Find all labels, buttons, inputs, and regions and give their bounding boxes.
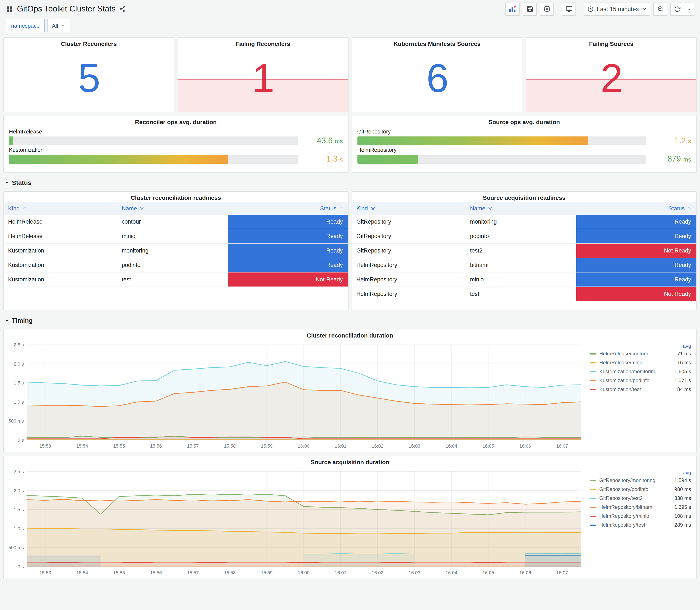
chevron-down-icon	[61, 23, 65, 28]
dashboard-settings-button[interactable]	[540, 2, 554, 16]
gauge-value: 43.6 ms	[304, 136, 343, 145]
legend-item[interactable]: GitRepository/test2338 ms	[590, 495, 691, 501]
legend-item[interactable]: HelmRelease/contour71 ms	[590, 351, 691, 357]
dashboard: GitOps Toolkit Cluster Stats Last 15 min…	[0, 0, 700, 610]
timeseries-plot[interactable]: 0 s500 ms1.0 s1.5 s2.0 s2.5 s15:5315:541…	[5, 340, 586, 450]
gauge-label: HelmRepository	[357, 147, 691, 153]
filter-icon[interactable]	[339, 206, 344, 211]
table-row[interactable]: HelmReleaseminioReady	[4, 229, 348, 243]
table-row[interactable]: KustomizationmonitoringReady	[4, 243, 348, 258]
status-badge: Not Ready	[576, 287, 696, 301]
stat-value: 2	[526, 38, 696, 112]
filter-icon[interactable]	[687, 206, 692, 211]
filter-icon[interactable]	[22, 206, 27, 211]
legend-item[interactable]: HelmRepository/minio108 ms	[590, 513, 691, 519]
column-header-status[interactable]: Status	[228, 202, 348, 215]
legend-item[interactable]: HelmRelease/minio16 ms	[590, 359, 691, 366]
series-name: GitRepository/test2	[599, 495, 671, 501]
section-toggle-status[interactable]: Status	[3, 176, 697, 189]
stat-panel-failing-reconcilers: Failing Reconcilers 1	[178, 37, 348, 112]
svg-text:15:56: 15:56	[150, 443, 162, 449]
panel-title[interactable]: Cluster reconciliation readiness	[4, 192, 348, 202]
kind-cell: Kustomization	[4, 272, 117, 287]
legend-item[interactable]: Kustomization/podinfo1.071 s	[590, 378, 691, 383]
table-row[interactable]: GitRepositorytest2Not Ready	[352, 243, 696, 258]
add-panel-icon	[509, 5, 516, 13]
series-avg-value: 1.695 s	[674, 504, 691, 510]
variable-namespace-select[interactable]: All	[47, 19, 70, 32]
series-name: HelmRelease/contour	[599, 351, 674, 357]
refresh-button[interactable]	[670, 2, 684, 16]
gauge-bar	[9, 136, 13, 145]
legend-item[interactable]: GitRepository/monitoring1.594 s	[590, 477, 691, 483]
svg-text:15:58: 15:58	[224, 570, 236, 575]
stat-value: 5	[4, 38, 174, 112]
table-row[interactable]: HelmRepositorytestNot Ready	[352, 287, 696, 301]
stat-panel-cluster-reconcilers: Cluster Reconcilers 5	[3, 37, 174, 112]
series-avg-value: 16 ms	[677, 359, 691, 366]
column-header-name[interactable]: Name	[117, 202, 228, 215]
add-panel-button[interactable]	[505, 2, 520, 16]
legend-item[interactable]: HelmRepository/bitnami1.695 s	[590, 504, 691, 510]
status-cell: Ready	[576, 272, 696, 287]
timeseries-plot[interactable]: 0 s500 ms1.0 s1.5 s2.0 s2.5 s15:5315:541…	[5, 467, 586, 577]
apps-grid-icon[interactable]	[6, 5, 13, 13]
kind-cell: Kustomization	[4, 258, 117, 272]
table-row[interactable]: GitRepositorypodinfoReady	[352, 229, 696, 243]
svg-text:15:53: 15:53	[39, 570, 51, 575]
kind-cell: GitRepository	[352, 215, 466, 229]
column-header-name[interactable]: Name	[466, 202, 576, 215]
panel-title[interactable]: Source acquisition duration	[4, 456, 696, 466]
status-badge: Ready	[228, 244, 348, 258]
reconciler-ops-duration-panel: Reconciler ops avg. duration HelmRelease…	[3, 116, 348, 173]
legend-item[interactable]: HelmRepository/test289 ms	[590, 522, 691, 528]
svg-text:16:00: 16:00	[298, 443, 309, 449]
panel-title[interactable]: Source acquisition readiness	[352, 192, 696, 202]
series-color-swatch	[590, 498, 596, 499]
series-name: GitRepository/podinfo	[599, 486, 671, 492]
name-cell: contour	[117, 215, 228, 229]
svg-text:15:56: 15:56	[150, 570, 162, 575]
column-header-kind[interactable]: Kind	[4, 202, 117, 215]
share-icon[interactable]	[119, 6, 126, 12]
legend-item[interactable]: GitRepository/podinfo980 ms	[590, 486, 691, 492]
filter-icon[interactable]	[370, 206, 375, 211]
panel-title[interactable]: Reconciler ops avg. duration	[4, 116, 348, 126]
series-color-swatch	[590, 488, 596, 490]
kind-cell: GitRepository	[352, 243, 466, 258]
kind-cell: HelmRelease	[4, 229, 117, 243]
table-row[interactable]: GitRepositorymonitoringReady	[352, 215, 696, 229]
zoom-out-time-button[interactable]	[653, 2, 667, 16]
chart-legend: avgGitRepository/monitoring1.594 sGitRep…	[586, 467, 693, 577]
legend-item[interactable]: Kustomization/monitoring1.605 s	[590, 369, 691, 374]
gauge-row-kustomization: Kustomization 1.3 s	[9, 147, 343, 164]
column-header-kind[interactable]: Kind	[352, 202, 466, 215]
filter-icon[interactable]	[140, 206, 144, 211]
status-cell: Ready	[228, 258, 348, 272]
save-dashboard-button[interactable]	[523, 2, 537, 16]
time-range-picker[interactable]: Last 15 minutes	[584, 2, 650, 16]
table-row[interactable]: KustomizationtestNot Ready	[4, 272, 348, 287]
legend-item[interactable]: Kustomization/test84 ms	[590, 386, 691, 392]
table-row[interactable]: HelmRepositorybitnamiReady	[352, 258, 696, 272]
table-row[interactable]: HelmRepositoryminioReady	[352, 272, 696, 287]
svg-text:16:01: 16:01	[335, 443, 346, 449]
column-header-status[interactable]: Status	[576, 202, 696, 215]
section-title: Timing	[12, 317, 33, 324]
filter-icon[interactable]	[488, 206, 493, 211]
status-cell: Not Ready	[228, 272, 348, 287]
panel-title[interactable]: Cluster reconciliation duration	[4, 330, 696, 340]
refresh-interval-dropdown[interactable]	[684, 2, 694, 16]
gauge-bar	[357, 136, 588, 145]
status-cell: Ready	[228, 215, 348, 229]
panel-title[interactable]: Source ops avg. duration	[352, 116, 696, 126]
kiosk-mode-button[interactable]	[562, 2, 576, 16]
table-row[interactable]: KustomizationpodinfoReady	[4, 258, 348, 272]
table-row[interactable]: HelmReleasecontourReady	[4, 215, 348, 229]
section-toggle-timing[interactable]: Timing	[3, 314, 697, 326]
chevron-down-icon	[642, 6, 647, 12]
status-cell: Ready	[576, 229, 696, 243]
series-color-swatch	[590, 362, 596, 363]
name-cell: test	[117, 272, 228, 287]
svg-text:15:55: 15:55	[113, 443, 125, 449]
